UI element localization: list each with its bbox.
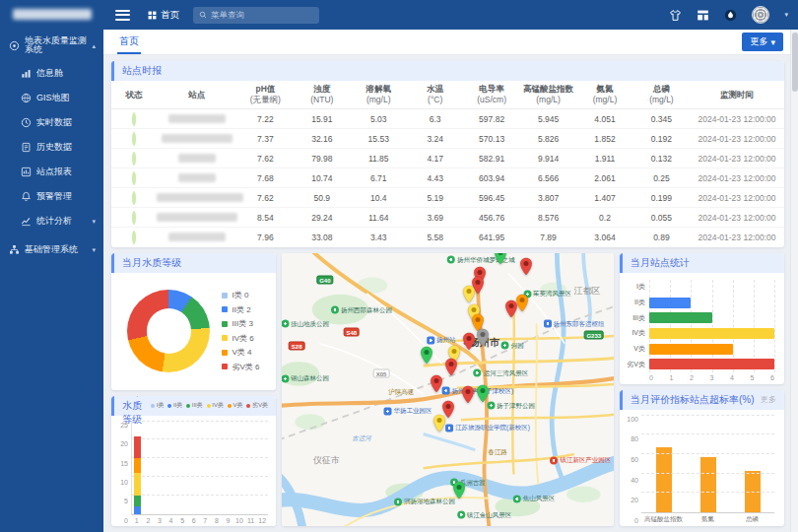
bar-劣V类[interactable] <box>649 359 774 369</box>
message-flame-icon[interactable] <box>724 9 737 22</box>
map-pin-green[interactable] <box>452 481 466 499</box>
y-tick-label: 25 <box>120 422 128 429</box>
map-pin-red[interactable] <box>444 359 458 377</box>
map-label-park: 运河三湾风景区 <box>474 368 529 377</box>
sidebar-item-statistics[interactable]: 统计分析▾ <box>0 209 103 233</box>
map-pin-green[interactable] <box>420 346 433 365</box>
bar-track <box>649 282 774 293</box>
status-cell <box>111 129 157 149</box>
map-park-icon <box>394 498 402 505</box>
bar-III类[interactable] <box>649 312 712 323</box>
horizontal-bar-chart[interactable]: I类II类III类IV类V类劣V类 0123456 <box>620 273 784 384</box>
value-cell: 8.54 <box>237 208 294 228</box>
gridline <box>132 421 268 422</box>
skin-theme-icon[interactable] <box>669 9 682 22</box>
sidebar-menu: 地表水质量监测系统▴信息舱GIS地图实时数据历史数据站点报表预警管理统计分析▾基… <box>0 30 103 262</box>
legend-swatch <box>151 404 155 408</box>
scrollbar-thumb[interactable] <box>792 33 798 92</box>
alert-management-icon <box>21 191 32 202</box>
vertical-bar-chart[interactable]: 100806040200 高锰酸盐指数氨氮总磷 <box>620 410 784 526</box>
sidebar-item-label: 信息舱 <box>36 69 63 78</box>
value-cell: 5.19 <box>407 188 463 208</box>
table-row[interactable]: 7.3732.1615.533.24570.135.8261.8520.1922… <box>111 129 784 149</box>
value-cell: 1.852 <box>576 129 632 149</box>
sidebar-item-realtime-data[interactable]: 实时数据 <box>0 110 103 135</box>
map-pin-red[interactable] <box>462 332 476 351</box>
gridline <box>132 495 268 496</box>
map-pin-green[interactable] <box>494 253 507 265</box>
status-cell <box>111 109 157 129</box>
table-row[interactable]: 8.5429.2411.643.69456.768.5760.20.055202… <box>111 208 784 228</box>
legend-swatch <box>222 335 228 341</box>
sidebar-item-alert-management[interactable]: 预警管理 <box>0 184 103 209</box>
x-tick-label: 5 <box>176 517 188 524</box>
user-avatar[interactable] <box>752 6 769 24</box>
menu-search[interactable] <box>193 7 319 24</box>
value-cell: 7.37 <box>237 129 294 149</box>
value-cell: 0.055 <box>633 208 690 228</box>
tabs-more-button[interactable]: 更多▾ <box>742 33 783 51</box>
map-pin-red[interactable] <box>504 299 518 318</box>
breadcrumb[interactable]: 首页 <box>148 9 179 22</box>
map-pin-yellow[interactable] <box>432 414 446 432</box>
sidebar-section-surface-water-system[interactable]: 地表水质量监测系统▴ <box>0 30 103 61</box>
gis-map-panel[interactable]: 扬州市江都区仪征市扬州西部森林公园捺山地质公园铜山森林公园茱萸湾风景区扬州华侨城… <box>282 253 614 526</box>
bar-track <box>649 312 774 323</box>
table-row[interactable]: 7.6279.9811.854.17582.919.9141.9110.1322… <box>111 149 784 168</box>
map-pin-red[interactable] <box>519 257 533 276</box>
station-name-redacted <box>162 134 233 143</box>
legend-label: III类 3 <box>232 318 252 329</box>
sidebar-section-base-management[interactable]: 基础管理系统▾ <box>0 237 103 262</box>
map-park-icon <box>282 320 289 328</box>
bar-II类[interactable] <box>649 298 691 308</box>
map-station-icon <box>544 320 552 328</box>
map-pin-red[interactable] <box>430 374 443 393</box>
table-row[interactable]: 7.6810.746.714.43603.946.5662.0610.25202… <box>111 168 784 188</box>
legend-item: II类 <box>167 401 182 410</box>
donut-chart[interactable] <box>127 290 210 372</box>
legend-item: IV类 6 <box>222 333 259 344</box>
sidebar-item-history-data[interactable]: 历史数据 <box>0 135 103 160</box>
value-cell: 4.051 <box>576 109 632 129</box>
sidebar-item-info-dashboard[interactable]: 信息舱 <box>0 61 103 86</box>
y-tick-label: 10 <box>120 479 128 486</box>
map-pin-yellow[interactable] <box>462 285 476 303</box>
bar-高锰酸盐指数[interactable] <box>656 447 672 512</box>
table-row[interactable]: 7.9633.083.435.58641.957.893.0640.892024… <box>111 228 784 247</box>
x-tick-label: 5 <box>751 374 755 381</box>
stacked-bar-month-1[interactable] <box>134 422 141 514</box>
bar-IV类[interactable] <box>649 328 774 339</box>
search-input[interactable] <box>211 10 313 20</box>
map-label-park: 茱萸湾风景区 <box>523 290 571 299</box>
avatar-chevron-down-icon[interactable]: ▾ <box>784 11 788 19</box>
bar-segment-劣V类 <box>134 436 141 459</box>
map-park-icon <box>457 511 465 519</box>
stacked-bar-chart[interactable]: 2520151050 123456789101112 <box>111 416 276 526</box>
bar-氨氮[interactable] <box>700 457 716 512</box>
sidebar-item-label: 统计分析 <box>36 217 72 226</box>
map-pin-red[interactable] <box>461 385 475 404</box>
map-pin-gray[interactable] <box>476 328 490 347</box>
table-row[interactable]: 7.6250.910.45.19596.453.8071.4070.199202… <box>111 188 784 208</box>
exceed-rate-more-link[interactable]: 更多 <box>761 394 776 405</box>
legend-swatch <box>222 350 228 356</box>
time-cell: 2024-01-23 12:00:00 <box>690 188 784 208</box>
x-tick-label: 3 <box>154 517 166 524</box>
window-scrollbar[interactable] <box>790 30 798 532</box>
table-row[interactable]: 7.2215.915.036.3597.825.9454.0510.345202… <box>111 109 784 129</box>
sidebar-item-gis-map[interactable]: GIS地图 <box>0 86 103 110</box>
value-cell: 10.74 <box>294 168 350 188</box>
sidebar-item-station-report[interactable]: 站点报表 <box>0 160 103 184</box>
bar-V类[interactable] <box>649 344 733 355</box>
tab-home[interactable]: 首页 <box>117 30 141 54</box>
x-tick-label: 2 <box>143 517 155 524</box>
value-cell: 7.96 <box>237 228 294 247</box>
station-cell <box>157 228 237 247</box>
map-pin-green[interactable] <box>476 384 490 403</box>
legend-label: 劣V类 <box>252 401 268 410</box>
value-cell: 4.17 <box>407 149 463 168</box>
hamburger-menu-icon[interactable] <box>115 10 130 21</box>
map-label-text: 铜山森林公园 <box>291 374 329 383</box>
map-label-text: 古运河 <box>352 434 371 443</box>
layout-size-icon[interactable] <box>697 9 709 22</box>
